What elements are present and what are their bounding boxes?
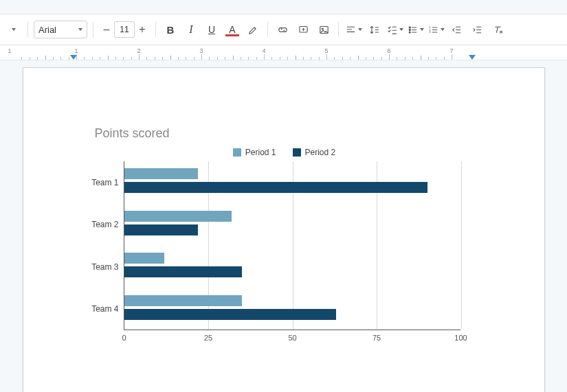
x-axis-tick-label: 50 <box>288 334 296 342</box>
bar <box>124 309 337 320</box>
chart-container[interactable]: Points scored Period 1Period 2 025507510… <box>92 126 477 330</box>
category-label: Team 2 <box>91 220 118 229</box>
indent-marker-right[interactable] <box>469 55 476 60</box>
line-spacing-icon <box>368 24 380 36</box>
category-label: Team 4 <box>91 304 118 314</box>
highlighter-icon <box>247 24 259 36</box>
increase-indent-button[interactable] <box>468 21 486 38</box>
numbered-list-button[interactable]: 123 <box>427 21 445 38</box>
bar <box>124 295 243 306</box>
add-comment-button[interactable] <box>294 21 312 38</box>
chevron-down-icon <box>441 28 445 31</box>
svg-text:3: 3 <box>429 30 431 34</box>
more-formatting-button[interactable] <box>4 21 22 38</box>
separator <box>338 22 339 37</box>
x-axis-tick-label: 75 <box>373 334 381 342</box>
svg-point-5 <box>409 31 410 32</box>
bar <box>124 211 232 222</box>
separator <box>267 22 268 37</box>
chart-row: Team 2 <box>124 208 460 242</box>
separator <box>155 22 156 37</box>
bar <box>124 224 199 235</box>
numbered-list-icon: 123 <box>427 24 439 36</box>
text-color-button[interactable]: A <box>223 21 241 38</box>
svg-point-4 <box>409 29 410 30</box>
indent-marker-left[interactable] <box>70 55 77 60</box>
legend-swatch <box>233 148 241 157</box>
svg-point-2 <box>322 28 323 30</box>
decrease-indent-button[interactable] <box>447 21 465 38</box>
insert-image-button[interactable] <box>315 21 333 38</box>
legend-swatch <box>293 148 301 157</box>
outdent-icon <box>451 24 463 36</box>
chart-legend: Period 1Period 2 <box>92 148 477 157</box>
font-size-input[interactable] <box>114 21 135 38</box>
gridline <box>461 161 462 330</box>
clear-format-icon <box>492 24 504 36</box>
chevron-down-icon <box>358 28 362 31</box>
align-button[interactable] <box>344 21 362 38</box>
chart-row: Team 4 <box>124 292 460 327</box>
separator <box>27 22 28 37</box>
font-family-select[interactable]: Arial <box>34 21 87 38</box>
align-icon <box>345 24 357 36</box>
bar <box>124 253 165 264</box>
chart-row: Team 3 <box>124 250 460 284</box>
document-page[interactable]: Points scored Period 1Period 2 025507510… <box>23 67 545 392</box>
decrease-font-size-button[interactable]: – <box>99 21 114 38</box>
bulleted-list-button[interactable] <box>406 21 424 38</box>
chart-plot-area: 0255075100Team 1Team 2Team 3Team 4 <box>124 161 460 330</box>
bar <box>124 266 243 277</box>
image-icon <box>318 24 330 36</box>
horizontal-ruler[interactable]: 11234567 <box>0 45 567 60</box>
chart-row: Team 1 <box>124 165 460 200</box>
font-family-value: Arial <box>38 25 56 35</box>
document-canvas: Points scored Period 1Period 2 025507510… <box>0 60 567 392</box>
legend-label: Period 1 <box>245 148 276 157</box>
x-axis-tick-label: 0 <box>122 334 126 342</box>
comment-plus-icon <box>298 24 309 36</box>
link-icon <box>277 24 289 36</box>
legend-item: Period 2 <box>293 148 336 157</box>
chevron-down-icon <box>420 28 424 31</box>
insert-link-button[interactable] <box>274 21 291 38</box>
underline-button[interactable]: U <box>203 21 221 38</box>
separator <box>93 22 93 37</box>
bar <box>124 182 427 193</box>
bar <box>124 168 199 179</box>
bold-button[interactable]: B <box>162 21 179 38</box>
font-size-group: – + <box>99 21 150 38</box>
category-label: Team 1 <box>91 178 118 187</box>
legend-label: Period 2 <box>305 148 336 157</box>
category-label: Team 3 <box>91 262 118 272</box>
x-axis-tick-label: 25 <box>204 334 212 342</box>
chevron-down-icon <box>399 28 403 31</box>
chart-title: Points scored <box>95 126 477 141</box>
line-spacing-button[interactable] <box>365 21 383 38</box>
formatting-toolbar: Arial – + B I U A 123 <box>0 14 567 45</box>
svg-point-3 <box>409 26 410 27</box>
italic-button[interactable]: I <box>182 21 200 38</box>
highlight-color-button[interactable] <box>244 21 262 38</box>
legend-item: Period 1 <box>233 148 276 157</box>
clear-formatting-button[interactable] <box>489 21 507 38</box>
checklist-icon <box>386 24 398 36</box>
increase-font-size-button[interactable]: + <box>135 21 150 38</box>
x-axis-tick-label: 100 <box>454 334 467 342</box>
chevron-down-icon <box>78 28 82 31</box>
indent-icon <box>471 24 483 36</box>
checklist-button[interactable] <box>386 21 403 38</box>
bullet-list-icon <box>407 24 419 36</box>
